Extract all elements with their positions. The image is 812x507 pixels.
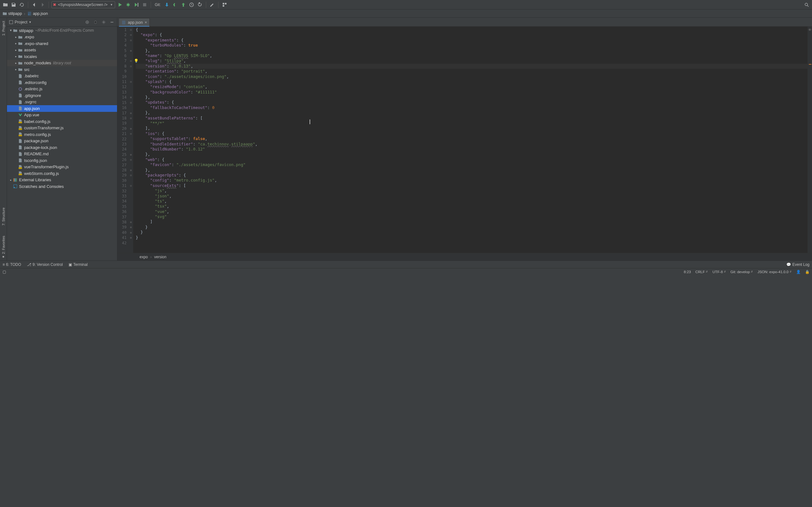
editor-breadcrumbs: expo › version	[117, 253, 812, 261]
locate-icon[interactable]	[84, 19, 90, 25]
tree-row[interactable]: babel.config.js	[7, 118, 117, 125]
git-commit-icon[interactable]	[171, 1, 179, 8]
close-icon[interactable]: ×	[145, 20, 147, 25]
svg-rect-19	[14, 178, 14, 182]
svg-rect-20	[14, 178, 15, 182]
svg-rect-17	[19, 167, 22, 169]
inspections-eye-icon[interactable]: 👁	[808, 28, 812, 32]
lock-icon[interactable]: 🔒	[805, 270, 809, 274]
tree-row[interactable]: README.md	[7, 151, 117, 158]
tree-row[interactable]: vueTransformerPlugin.js	[7, 164, 117, 170]
run-config-selector[interactable]: ✖ <SynopsisMessageScreen /> ▼	[51, 1, 115, 8]
tree-row[interactable]: app.json	[7, 105, 117, 112]
chevron-right-icon: ›	[24, 11, 26, 16]
project-icon	[9, 20, 13, 24]
status-bar: ▢ 8:23 CRLF⇵ UTF-8⇵ Git: develop⇵ JSON: …	[0, 268, 812, 275]
svg-rect-21	[16, 178, 17, 182]
json-schema[interactable]: JSON: expo-41.0.0⇵	[757, 270, 792, 274]
git-label: Git:	[154, 3, 162, 7]
svg-text:{}: {}	[28, 13, 29, 15]
editor-tabs: app.json ×	[117, 18, 812, 26]
git-push-icon[interactable]	[180, 1, 187, 8]
editor-tab-appjson[interactable]: app.json ×	[119, 18, 150, 26]
tree-row[interactable]: metro.config.js	[7, 131, 117, 138]
tree-row[interactable]: ▸.expo	[7, 34, 117, 41]
caret-position[interactable]: 8:23	[684, 270, 691, 274]
nav-forward-icon[interactable]	[39, 1, 46, 8]
tree-row[interactable]: ▼stilpapp~/Public/Front-End/Projects Com…	[7, 27, 117, 34]
tree-row[interactable]: webStorm.config.js	[7, 170, 117, 177]
svg-point-23	[14, 187, 15, 188]
run-coverage-icon[interactable]	[133, 1, 140, 8]
debug-icon[interactable]	[125, 1, 132, 8]
error-stripe[interactable]: 👁	[808, 26, 812, 253]
tool-windows-toggle-icon[interactable]: ▢	[3, 270, 6, 274]
tree-row[interactable]: ▸External Libraries	[7, 177, 117, 183]
tool-tab-terminal[interactable]: ▣Terminal	[68, 262, 88, 267]
svg-rect-18	[19, 174, 22, 175]
breadcrumb-file[interactable]: {} app.json	[27, 11, 48, 16]
json-file-icon	[121, 20, 126, 25]
tool-tab-project[interactable]: 1: Project	[1, 19, 6, 38]
tree-row[interactable]: package-lock.json	[7, 144, 117, 151]
tree-row[interactable]: ▸.expo-shared	[7, 40, 117, 47]
open-icon[interactable]	[2, 1, 9, 8]
tool-tab-vcs[interactable]: ⎇9: Version Control	[27, 262, 63, 267]
tree-row[interactable]: ▸assets	[7, 47, 117, 54]
project-view-selector[interactable]: Project ▼	[9, 20, 32, 24]
git-update-icon[interactable]	[163, 1, 170, 8]
save-all-icon[interactable]	[10, 1, 17, 8]
tree-row[interactable]: package.json	[7, 138, 117, 145]
tree-row[interactable]: .editorconfig	[7, 79, 117, 86]
inspection-profile-icon[interactable]: 👤	[796, 270, 801, 274]
nav-back-icon[interactable]	[31, 1, 38, 8]
svg-rect-5	[223, 5, 224, 7]
editor-gutter[interactable]: 1⊟2⊟3⊟45⊞67⊟💡8⊟91011⊟121314⊞15⊟1617⊞18⊟1…	[117, 26, 133, 253]
git-history-icon[interactable]	[188, 1, 195, 8]
error-icon: ✖	[53, 3, 57, 7]
tool-tab-favorites[interactable]: ★2: Favorites	[1, 234, 6, 261]
code-area[interactable]: { "expo": { "experiments": { "turboModul…	[133, 26, 808, 253]
event-log-button[interactable]: 💬Event Log	[786, 262, 809, 267]
tool-tab-structure[interactable]: 7: Structure	[1, 206, 6, 228]
project-tree[interactable]: ▼stilpapp~/Public/Front-End/Projects Com…	[7, 26, 117, 261]
ide-settings-icon[interactable]	[209, 1, 216, 8]
git-branch[interactable]: Git: develop⇵	[730, 270, 753, 274]
tree-row[interactable]: .svgrrc	[7, 99, 117, 106]
gear-icon[interactable]	[101, 19, 107, 25]
chevron-down-icon: ▼	[109, 3, 113, 6]
breadcrumb-project[interactable]: stilpapp	[3, 11, 22, 16]
tree-row[interactable]: .eslintrc.js	[7, 86, 117, 93]
tree-row[interactable]: ▸src	[7, 66, 117, 73]
project-tool-window: Project ▼ ▼stilpapp~/Public/Front-End/Pr…	[7, 18, 117, 261]
file-encoding[interactable]: UTF-8⇵	[712, 270, 726, 274]
run-config-label: <SynopsisMessageScreen />	[58, 3, 107, 7]
svg-rect-15	[19, 128, 22, 130]
git-rollback-icon[interactable]	[196, 1, 203, 8]
svg-rect-24	[122, 20, 125, 24]
stop-icon[interactable]	[141, 1, 148, 8]
minimize-icon[interactable]	[109, 19, 115, 25]
run-icon[interactable]	[116, 1, 123, 8]
text-caret	[310, 119, 310, 124]
tree-row[interactable]: .gitignore	[7, 92, 117, 99]
svg-rect-3	[223, 3, 224, 4]
svg-point-0	[127, 3, 130, 6]
breadcrumb-node[interactable]: version	[154, 255, 166, 259]
search-everywhere-icon[interactable]	[803, 1, 810, 8]
tree-row[interactable]: Scratches and Consoles	[7, 183, 117, 190]
tree-row[interactable]: ▸node_moduleslibrary root	[7, 60, 117, 66]
tree-row[interactable]: .babelrc	[7, 73, 117, 79]
line-separator[interactable]: CRLF⇵	[695, 270, 708, 274]
project-structure-icon[interactable]	[221, 1, 228, 8]
tree-row[interactable]: tsconfig.json	[7, 157, 117, 164]
chevron-down-icon: ▼	[29, 20, 32, 24]
breadcrumb-node[interactable]: expo	[140, 255, 148, 259]
tree-row[interactable]: customTransformer.js	[7, 125, 117, 131]
tool-tab-todo[interactable]: ≡6: TODO	[3, 262, 21, 267]
expand-all-icon[interactable]	[92, 19, 99, 25]
reload-icon[interactable]	[18, 1, 26, 8]
chevron-right-icon: ›	[150, 255, 152, 259]
tree-row[interactable]: App.vue	[7, 112, 117, 118]
tree-row[interactable]: ▸locales	[7, 53, 117, 60]
